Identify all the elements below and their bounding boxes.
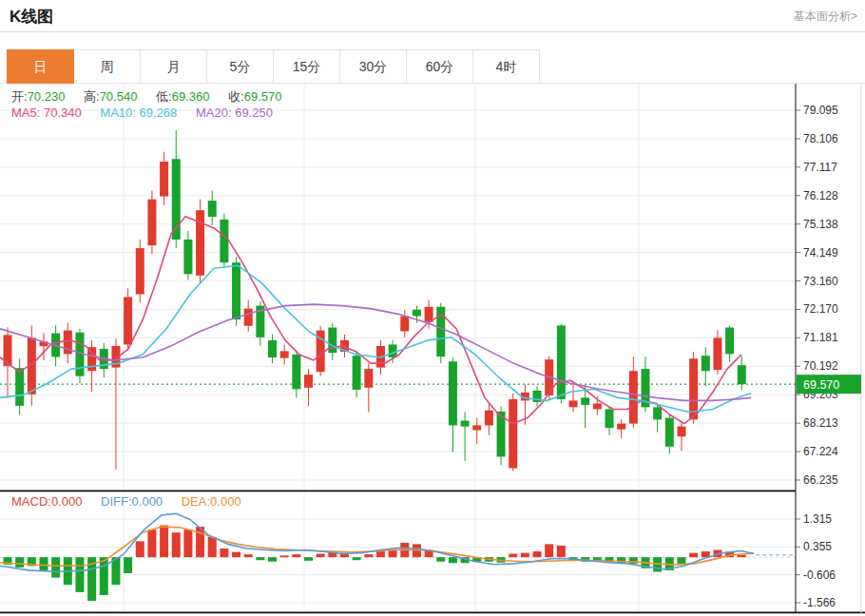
macd-bar bbox=[136, 541, 144, 557]
macd-bar bbox=[244, 554, 253, 557]
macd-bar bbox=[533, 551, 542, 557]
candle bbox=[413, 310, 421, 317]
open-value: 开:70.230 bbox=[11, 89, 65, 104]
macd-bar bbox=[557, 546, 566, 557]
macd-bar bbox=[147, 529, 156, 557]
macd-bar bbox=[545, 544, 553, 557]
dea-legend: DEA:0.000 bbox=[182, 494, 241, 509]
macd-bar bbox=[75, 557, 84, 592]
candle bbox=[606, 409, 614, 428]
candle bbox=[353, 356, 361, 390]
candle bbox=[509, 399, 517, 469]
ohlc-row: 开:70.230 高:70.540 低:69.360 收:69.570 bbox=[11, 88, 297, 106]
candle bbox=[400, 316, 409, 331]
macd-axis-label: -0.606 bbox=[803, 568, 836, 582]
macd-axis-label: 0.355 bbox=[803, 540, 832, 553]
candle bbox=[147, 200, 156, 245]
candle bbox=[244, 309, 253, 326]
macd-bar bbox=[521, 553, 529, 558]
candle bbox=[472, 425, 481, 430]
y-axis-label: 73.160 bbox=[803, 275, 838, 288]
macd-bar bbox=[449, 557, 457, 563]
candle bbox=[449, 361, 457, 425]
candle bbox=[304, 375, 313, 388]
macd-bar bbox=[376, 551, 385, 557]
macd-bar bbox=[268, 557, 277, 562]
y-axis-label: 67.224 bbox=[803, 445, 838, 458]
y-axis-label: 74.149 bbox=[803, 246, 838, 260]
macd-bar bbox=[738, 555, 746, 557]
candle bbox=[389, 344, 397, 357]
macd-bar bbox=[677, 557, 685, 564]
candle bbox=[677, 427, 685, 437]
candle bbox=[653, 407, 662, 419]
diff-legend: DIFF:0.000 bbox=[101, 494, 163, 509]
macd-bar bbox=[509, 554, 517, 558]
macd-bar bbox=[232, 552, 240, 557]
candle bbox=[665, 418, 674, 447]
candle bbox=[738, 365, 746, 384]
macd-bar bbox=[124, 557, 132, 573]
candle bbox=[364, 369, 373, 388]
y-axis-label: 68.213 bbox=[803, 416, 838, 430]
candle bbox=[425, 307, 433, 322]
candle bbox=[557, 325, 566, 398]
candle bbox=[124, 297, 132, 344]
candle bbox=[160, 162, 168, 197]
y-axis-label: 77.117 bbox=[803, 161, 837, 174]
macd-bar bbox=[389, 550, 397, 558]
candle bbox=[15, 368, 24, 406]
y-axis-label: 70.192 bbox=[803, 359, 838, 373]
candle bbox=[232, 262, 240, 319]
y-axis-label: 76.128 bbox=[803, 189, 838, 202]
candle bbox=[713, 337, 721, 370]
ma-legend-row: MA5: 70.340 MA10: 69.268 MA20: 69.250 bbox=[11, 106, 288, 120]
candle bbox=[280, 351, 289, 357]
candle bbox=[461, 421, 470, 427]
macd-axis-label: -1.566 bbox=[803, 596, 836, 609]
macd-bar bbox=[172, 532, 181, 557]
macd-bar bbox=[353, 557, 361, 560]
low-value: 低:69.360 bbox=[156, 89, 209, 104]
close-value: 收:69.570 bbox=[228, 89, 281, 104]
macd-bar bbox=[183, 529, 192, 557]
macd-bar bbox=[364, 554, 373, 557]
macd-bar bbox=[689, 553, 698, 558]
candle bbox=[208, 201, 217, 217]
macd-bar bbox=[220, 549, 228, 557]
macd-bar bbox=[436, 557, 445, 562]
macd-bar bbox=[292, 554, 300, 557]
high-value: 高:70.540 bbox=[84, 89, 137, 104]
y-axis-label: 78.106 bbox=[803, 132, 838, 145]
pane-separator bbox=[0, 491, 796, 492]
price-tag-text: 69.570 bbox=[803, 378, 839, 392]
macd-bar bbox=[51, 557, 60, 577]
macd-legend-row: MACD:0.000 DIFF:0.000 DEA:0.000 bbox=[11, 494, 257, 509]
candle bbox=[593, 403, 602, 409]
candle bbox=[196, 210, 204, 276]
candle bbox=[617, 424, 625, 430]
candle bbox=[268, 340, 277, 357]
candle bbox=[581, 397, 589, 405]
candle bbox=[485, 411, 493, 426]
y-axis-label: 72.170 bbox=[803, 302, 838, 316]
candle bbox=[220, 220, 228, 262]
y-axis-label: 66.235 bbox=[803, 473, 838, 487]
macd-bar bbox=[304, 557, 313, 561]
macd-bar bbox=[39, 557, 48, 570]
ma5-legend: MA5: 70.340 bbox=[11, 106, 82, 120]
macd-bar bbox=[629, 557, 638, 564]
macd-axis-label: 1.315 bbox=[803, 512, 832, 526]
macd-bar bbox=[160, 526, 168, 558]
macd-legend: MACD:0.000 bbox=[11, 494, 82, 509]
candle bbox=[629, 371, 638, 423]
candle bbox=[292, 355, 300, 389]
candle bbox=[725, 328, 734, 355]
y-axis-label: 79.095 bbox=[803, 104, 838, 117]
candle bbox=[702, 356, 710, 371]
macd-bar bbox=[100, 557, 108, 595]
candle bbox=[136, 248, 144, 294]
y-axis-label: 75.138 bbox=[803, 218, 838, 231]
chart-bottom-border bbox=[0, 612, 865, 614]
candle bbox=[569, 400, 578, 407]
